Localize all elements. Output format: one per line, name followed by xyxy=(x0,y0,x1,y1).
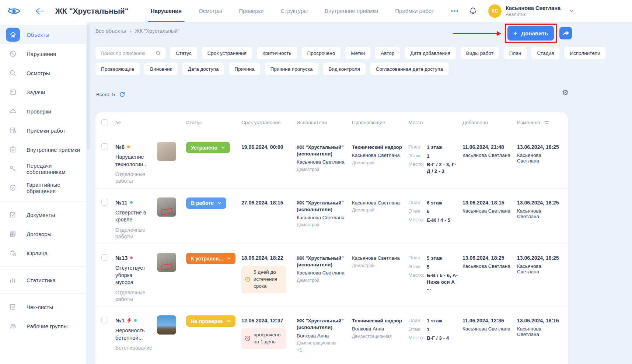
refresh-icon[interactable] xyxy=(119,91,125,98)
sidebar-item-label: Внутренние приёмки xyxy=(27,147,80,153)
sidebar-item-inspections[interactable]: Осмотры xyxy=(0,63,86,83)
status-select[interactable]: В работе xyxy=(186,197,226,209)
row-checkbox[interactable] xyxy=(101,317,108,323)
deadline-date: 27.06.2024, 18:15 xyxy=(241,200,292,206)
tab-internal-acceptance[interactable]: Внутренние приёмки xyxy=(325,0,378,22)
sidebar-item-warranty[interactable]: Гарантийные обращения xyxy=(0,178,86,197)
changed-by: Касьянова Светлана xyxy=(517,326,563,337)
filter-labels[interactable]: Метки xyxy=(345,47,370,59)
table-row[interactable]: №6 Нарушение технологии... Отделочные ра… xyxy=(95,133,568,188)
clock-icon xyxy=(244,276,251,283)
sidebar-item-label: Осмотры xyxy=(27,70,50,76)
sidebar-item-checklists[interactable]: Чек-листы xyxy=(0,297,86,316)
sidebar-item-statistics[interactable]: Статистика xyxy=(0,270,86,290)
violation-category: Бетонирование xyxy=(115,344,152,351)
filter-date-added[interactable]: Дата добавления xyxy=(405,47,456,59)
filter-deadline[interactable]: Срок устранения xyxy=(202,47,252,59)
sidebar-scrollbar[interactable] xyxy=(87,24,90,150)
filter-control-type[interactable]: Вид контроля xyxy=(323,63,366,75)
violation-photo[interactable] xyxy=(157,197,176,217)
tab-structures[interactable]: Структуры xyxy=(280,0,308,22)
more-tabs-icon[interactable]: ••• xyxy=(451,8,459,14)
table-settings-gear-icon[interactable]: ⚙ xyxy=(560,88,571,97)
sidebar-item-internal-acceptance[interactable]: Внутренние приёмки xyxy=(0,140,86,159)
executor-org: ЖК "Хрустальный" (исполнители) xyxy=(297,200,348,213)
filter-inspectors[interactable]: Проверяющие xyxy=(95,63,140,75)
sidebar-item-violations[interactable]: Нарушения xyxy=(0,44,86,63)
inspector-org: Технический надзор xyxy=(352,318,404,324)
sidebar-item-work-groups[interactable]: Рабочие группы xyxy=(0,316,86,336)
tab-inspections[interactable]: Осмотры xyxy=(199,0,222,22)
notifications-bell-icon[interactable] xyxy=(467,5,479,17)
total-count: Всего: 5 xyxy=(96,92,115,97)
row-checkbox[interactable] xyxy=(101,254,108,261)
app-logo-eye-icon[interactable] xyxy=(7,6,21,16)
user-avatar[interactable]: КС xyxy=(488,4,502,18)
sort-icon[interactable] xyxy=(544,120,549,125)
filter-overdue[interactable]: Просрочено xyxy=(302,47,341,59)
violation-number: №13 xyxy=(115,255,128,261)
tab-violations[interactable]: Нарушения xyxy=(151,0,182,22)
sidebar-item-tasks[interactable]: Задачи xyxy=(0,83,86,102)
clipboard-check-icon xyxy=(6,123,20,137)
sidebar-item-work-acceptance[interactable]: Приёмки работ xyxy=(0,121,86,140)
contract-icon xyxy=(6,227,20,241)
select-all-checkbox[interactable] xyxy=(101,119,108,126)
share-button[interactable] xyxy=(559,27,572,39)
executor-person: Касьянова Светлана xyxy=(297,159,348,165)
home-icon xyxy=(6,28,20,42)
table-row[interactable]: №13 Отсутствует уборка мусора Отделочные… xyxy=(95,244,568,306)
clipboard-list-icon xyxy=(6,143,20,157)
violation-category: Отделочные работы xyxy=(115,289,152,302)
sidebar-item-checks[interactable]: Проверки xyxy=(0,102,86,121)
sidebar: Объекты Нарушения Осмотры Задачи Проверк… xyxy=(0,22,86,364)
filter-plan[interactable]: План xyxy=(504,47,527,59)
status-select[interactable]: К устранен... xyxy=(186,253,235,264)
filter-work-types[interactable]: Виды работ xyxy=(461,47,499,59)
filter-author[interactable]: Автор xyxy=(375,47,400,59)
user-name: Касьянова Светлана xyxy=(506,5,561,11)
row-checkbox[interactable] xyxy=(101,143,108,150)
col-executors: Исполнители xyxy=(297,120,352,125)
sidebar-item-contracts[interactable]: Договоры xyxy=(0,224,86,244)
filter-stage[interactable]: Стадия xyxy=(531,47,559,59)
status-select[interactable]: Устранено xyxy=(186,142,230,153)
violation-photo[interactable] xyxy=(157,315,176,335)
violation-photo[interactable] xyxy=(157,253,176,272)
filter-status[interactable]: Статус xyxy=(170,47,197,59)
tab-work-acceptance[interactable]: Приёмки работ xyxy=(395,0,434,22)
violation-category: Отделочные работы xyxy=(115,171,152,184)
violation-photo[interactable] xyxy=(157,142,176,161)
filter-skip-reason[interactable]: Причина пропуска xyxy=(265,63,318,75)
breadcrumb-root[interactable]: Все объекты xyxy=(95,28,126,34)
sidebar-item-label: Проверки xyxy=(27,108,51,115)
more-executors-link[interactable]: +1 xyxy=(297,347,348,353)
inspector-company: Демострой xyxy=(352,160,404,165)
status-select[interactable]: На проверке xyxy=(186,315,235,327)
filter-culprit[interactable]: Виновник xyxy=(144,63,178,75)
tab-checks[interactable]: Проверки xyxy=(239,0,264,22)
user-menu[interactable]: Касьянова Светлана Аналитик xyxy=(506,5,561,17)
changed-date: 13.06.2024, 18:16 xyxy=(517,318,563,323)
back-arrow-icon[interactable] xyxy=(34,6,46,16)
executor-org: ЖК "Хрустальный" (исполнители) xyxy=(297,318,348,331)
sidebar-item-label: Статистика xyxy=(27,277,56,283)
filter-criticality[interactable]: Критичность xyxy=(257,47,297,59)
sidebar-item-legal-entities[interactable]: Юрлица xyxy=(0,244,86,263)
breadcrumb-current: ЖК "Хрустальный" xyxy=(135,28,179,34)
executor-org: ЖК "Хрустальный" (исполнители) xyxy=(297,144,348,157)
table-row[interactable]: №11 Отверстие в кровле Отделочные работы… xyxy=(95,188,568,244)
row-checkbox[interactable] xyxy=(101,199,108,206)
sidebar-item-label: Приёмки работ xyxy=(27,127,65,134)
table-row[interactable]: №1 Неровность бетонной... Бетонирование … xyxy=(95,306,568,357)
filter-reason[interactable]: Причина xyxy=(229,63,260,75)
user-chevron-down-icon[interactable] xyxy=(567,9,576,13)
sidebar-item-objects[interactable]: Объекты xyxy=(0,25,86,44)
search-input[interactable] xyxy=(100,50,152,56)
filter-executors[interactable]: Исполнители xyxy=(564,47,605,59)
add-button[interactable]: + Добавить xyxy=(507,26,554,41)
filter-access-date[interactable]: Дата доступа xyxy=(182,63,224,75)
sidebar-item-documents[interactable]: Документы xyxy=(0,205,86,224)
filter-agreed-access-date[interactable]: Согласованная дата доступа xyxy=(370,63,448,75)
sidebar-item-owner-handover[interactable]: Передачи собственникам xyxy=(0,159,86,178)
